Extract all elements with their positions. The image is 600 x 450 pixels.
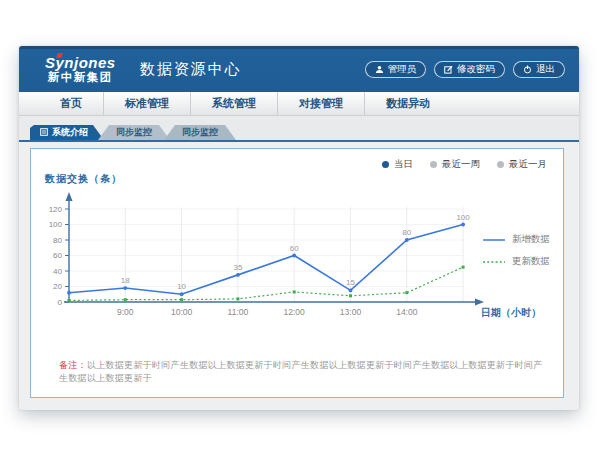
app-header: Synjones 新中新集团 数据资源中心 管理员 修改密码 退出 [19, 46, 579, 92]
svg-text:35: 35 [233, 263, 242, 272]
logout-label: 退出 [536, 63, 555, 76]
svg-text:100: 100 [456, 213, 470, 222]
svg-text:11:00: 11:00 [228, 307, 249, 317]
series-legend: 新增数据 更新数据 [482, 233, 550, 268]
legend-update-data[interactable]: 更新数据 [482, 255, 550, 268]
power-icon [523, 65, 532, 74]
range-selector: 当日 最近一周 最近一月 [382, 158, 547, 171]
tab-sync-monitor-2[interactable]: 同步监控 [164, 125, 236, 140]
edit-icon [444, 65, 453, 74]
logout-button[interactable]: 退出 [513, 61, 565, 78]
svg-text:0: 0 [58, 298, 63, 307]
nav-item-data-change[interactable]: 数据异动 [365, 92, 451, 115]
tab-system-intro-label: 系统介绍 [52, 126, 88, 139]
app-title: 数据资源中心 [140, 60, 242, 79]
legend-line-solid [482, 236, 506, 244]
header-actions: 管理员 修改密码 退出 [365, 61, 566, 78]
radio-dot [430, 161, 437, 168]
footnote: 备注：以上数据更新于时间产生数据以上数据更新于时间产生数据以上数据更新于时间产生… [59, 359, 551, 385]
tab-sync-monitor-1-label: 同步监控 [116, 126, 152, 139]
svg-text:60: 60 [290, 244, 299, 253]
svg-text:80: 80 [402, 228, 411, 237]
nav-item-integration-mgmt[interactable]: 对接管理 [278, 92, 365, 115]
svg-text:60: 60 [53, 251, 62, 260]
user-icon [375, 65, 384, 74]
app-window: Synjones 新中新集团 数据资源中心 管理员 修改密码 退出 首页 标准管… [19, 46, 579, 410]
footnote-label: 备注： [59, 360, 87, 370]
synjones-logo: Synjones 新中新集团 [45, 55, 116, 84]
svg-text:10: 10 [177, 282, 186, 291]
range-today-label: 当日 [394, 158, 413, 171]
legend-new-data-label: 新增数据 [512, 233, 550, 246]
radio-dot [497, 161, 504, 168]
legend-new-data[interactable]: 新增数据 [482, 233, 550, 246]
tab-sync-monitor-1[interactable]: 同步监控 [98, 125, 170, 140]
chart-panel: 当日 最近一周 最近一月 数据交换（条） 日期（小时） 020406080100… [30, 148, 564, 398]
tab-sync-monitor-2-label: 同步监控 [182, 126, 218, 139]
range-week-label: 最近一周 [442, 158, 480, 171]
svg-text:80: 80 [53, 236, 62, 245]
main-nav: 首页 标准管理 系统管理 对接管理 数据异动 [19, 92, 579, 116]
document-icon [40, 128, 48, 138]
y-axis-title: 数据交换（条） [45, 172, 122, 186]
range-option-last-month[interactable]: 最近一月 [497, 158, 547, 171]
nav-item-standard-mgmt[interactable]: 标准管理 [104, 92, 191, 115]
x-axis-title: 日期（小时） [481, 306, 541, 320]
svg-text:15: 15 [346, 278, 355, 287]
change-password-button[interactable]: 修改密码 [434, 61, 505, 78]
range-month-label: 最近一月 [509, 158, 547, 171]
tab-system-intro[interactable]: 系统介绍 [30, 125, 104, 140]
radio-dot [382, 161, 389, 168]
range-option-last-week[interactable]: 最近一周 [430, 158, 480, 171]
svg-text:40: 40 [53, 267, 62, 276]
svg-text:9:00: 9:00 [117, 307, 134, 317]
legend-line-dotted [482, 258, 506, 266]
logo-subtitle: 新中新集团 [45, 72, 116, 84]
svg-text:20: 20 [53, 282, 62, 291]
content-area: 当日 最近一周 最近一月 数据交换（条） 日期（小时） 020406080100… [19, 142, 579, 410]
svg-text:13:00: 13:00 [340, 307, 362, 317]
footnote-text: 以上数据更新于时间产生数据以上数据更新于时间产生数据以上数据更新于时间产生数据以… [59, 360, 543, 383]
legend-update-data-label: 更新数据 [512, 255, 550, 268]
user-button-label: 管理员 [388, 63, 417, 76]
svg-text:100: 100 [49, 220, 63, 229]
svg-text:18: 18 [121, 276, 130, 285]
svg-text:10:00: 10:00 [171, 307, 193, 317]
user-button[interactable]: 管理员 [365, 61, 427, 78]
svg-text:14:00: 14:00 [396, 307, 418, 317]
nav-item-home[interactable]: 首页 [39, 92, 104, 115]
svg-text:12:00: 12:00 [284, 307, 306, 317]
nav-item-system-mgmt[interactable]: 系统管理 [191, 92, 278, 115]
change-password-label: 修改密码 [457, 63, 495, 76]
range-option-today[interactable]: 当日 [382, 158, 413, 171]
tab-strip: 系统介绍 同步监控 同步监控 [19, 116, 579, 142]
svg-text:120: 120 [49, 205, 63, 214]
